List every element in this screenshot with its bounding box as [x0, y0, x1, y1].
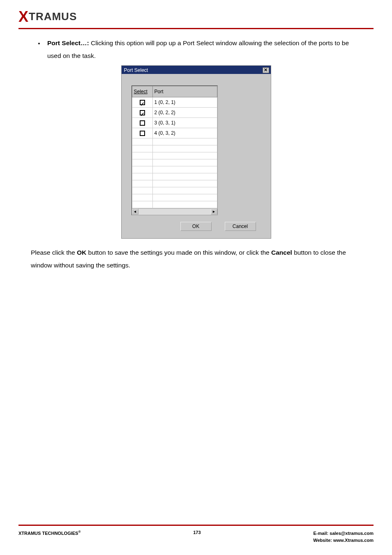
- dialog-title: Port Select: [124, 65, 148, 75]
- checkbox-icon[interactable]: [140, 100, 145, 105]
- ok-button[interactable]: OK: [180, 222, 212, 231]
- port-cell: 4 (0, 3, 2): [152, 128, 217, 138]
- table-row: [132, 187, 217, 194]
- bullet-item: • Port Select…: Clicking this option wil…: [31, 37, 361, 62]
- table-row: [132, 159, 217, 166]
- table-row: [132, 173, 217, 180]
- table-row[interactable]: 2 (0, 2, 2): [132, 108, 217, 118]
- col-select-header[interactable]: Select: [132, 86, 152, 97]
- ok-text: OK: [77, 249, 86, 256]
- port-select-dialog: Port Select ✕ Select Port: [121, 65, 271, 239]
- logo-rest: TRAMUS: [29, 11, 77, 23]
- cancel-text: Cancel: [271, 249, 292, 256]
- footer-divider: [18, 525, 374, 526]
- table-row[interactable]: 3 (0, 3, 1): [132, 118, 217, 128]
- bullet-desc: Clicking this option will pop up a Port …: [47, 39, 349, 59]
- table-row[interactable]: 1 (0, 2, 1): [132, 97, 217, 108]
- table-row: [132, 166, 217, 173]
- dialog-figure: Port Select ✕ Select Port: [31, 65, 361, 239]
- page-number: 173: [193, 530, 201, 535]
- page-body: • Port Select…: Clicking this option wil…: [18, 37, 374, 272]
- footer-left: XTRAMUS TECHNOLOGIES®: [18, 530, 81, 536]
- header-logo: XTRAMUS: [18, 8, 374, 25]
- page-footer: XTRAMUS TECHNOLOGIES® 173 E-mail: sales@…: [18, 525, 374, 543]
- port-table: Select Port 1 (0, 2, 1) 2 (0, 2,: [132, 86, 217, 208]
- scroll-right-icon[interactable]: ►: [211, 209, 217, 214]
- cancel-button[interactable]: Cancel: [225, 222, 256, 231]
- table-row[interactable]: 4 (0, 3, 2): [132, 128, 217, 138]
- port-cell: 1 (0, 2, 1): [152, 97, 217, 108]
- port-cell: 2 (0, 2, 2): [152, 108, 217, 118]
- closing-paragraph: Please click the OK button to save the s…: [31, 246, 361, 272]
- table-row: [132, 180, 217, 187]
- checkbox-icon[interactable]: [140, 110, 145, 115]
- close-icon[interactable]: ✕: [263, 67, 269, 73]
- checkbox-icon[interactable]: [140, 120, 145, 126]
- bullet-marker: •: [31, 37, 47, 62]
- dialog-titlebar: Port Select ✕: [122, 66, 271, 74]
- bullet-text: Port Select…: Clicking this option will …: [47, 37, 361, 62]
- table-row: [132, 152, 217, 159]
- footer-right: E-mail: sales@xtramus.com Website: www.X…: [313, 530, 374, 543]
- table-row: [132, 194, 217, 201]
- horizontal-scrollbar[interactable]: ◄ ►: [132, 208, 217, 215]
- col-port-header[interactable]: Port: [152, 86, 217, 97]
- table-row: [132, 145, 217, 152]
- header-divider: [18, 28, 374, 29]
- checkbox-icon[interactable]: [140, 131, 145, 136]
- table-row: [132, 138, 217, 145]
- logo-x-letter: X: [18, 8, 29, 25]
- bullet-label: Port Select…:: [47, 39, 89, 46]
- scroll-left-icon[interactable]: ◄: [132, 209, 138, 214]
- port-table-container: Select Port 1 (0, 2, 1) 2 (0, 2,: [131, 85, 218, 215]
- port-cell: 3 (0, 3, 1): [152, 118, 217, 128]
- table-row: [132, 201, 217, 208]
